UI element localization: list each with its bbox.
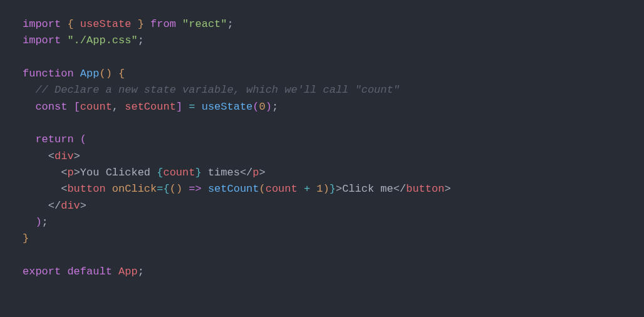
- code-line: function App() {: [23, 68, 125, 80]
- code-line: import "./App.css";: [23, 34, 144, 46]
- code-block: import { useState } from "react"; import…: [23, 16, 621, 281]
- code-line: const [count, setCount] = useState(0);: [23, 101, 278, 113]
- code-comment: // Declare a new state variable, which w…: [35, 84, 400, 96]
- code-line: return (: [23, 133, 86, 145]
- code-line: export default App;: [23, 266, 144, 278]
- code-line: }: [23, 232, 29, 244]
- code-line: );: [23, 216, 48, 228]
- code-line: </div>: [23, 200, 86, 212]
- code-line: <p>You Clicked {count} times</p>: [23, 167, 266, 179]
- code-line: import { useState } from "react";: [23, 18, 234, 30]
- code-line: <button onClick={() => setCount(count + …: [23, 183, 451, 195]
- code-line: <div>: [23, 150, 80, 162]
- code-line: // Declare a new state variable, which w…: [23, 84, 400, 96]
